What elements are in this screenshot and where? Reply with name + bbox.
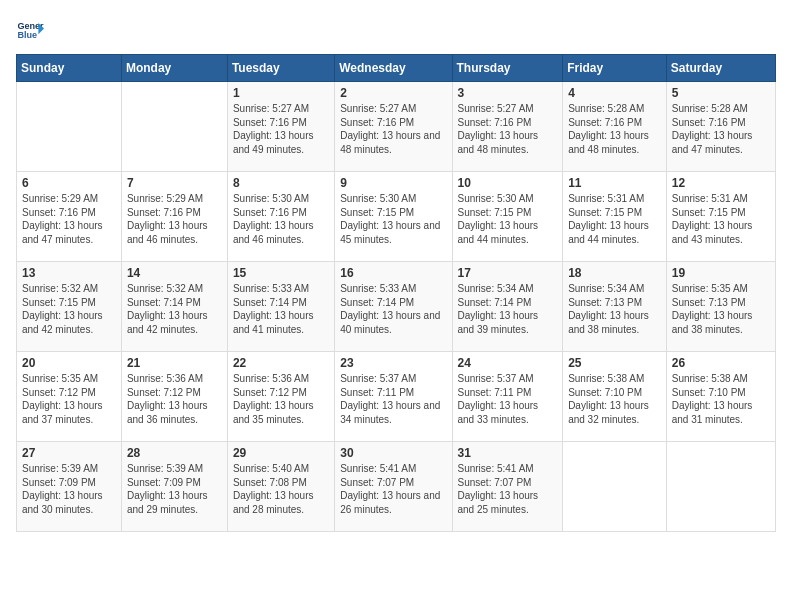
day-number: 13 xyxy=(22,266,116,280)
calendar-cell: 6Sunrise: 5:29 AMSunset: 7:16 PMDaylight… xyxy=(17,172,122,262)
cell-content: Sunrise: 5:35 AMSunset: 7:12 PMDaylight:… xyxy=(22,372,116,426)
calendar-cell: 1Sunrise: 5:27 AMSunset: 7:16 PMDaylight… xyxy=(227,82,334,172)
day-number: 26 xyxy=(672,356,770,370)
cell-content: Sunrise: 5:41 AMSunset: 7:07 PMDaylight:… xyxy=(340,462,446,516)
logo-icon: General Blue xyxy=(16,16,44,44)
cell-content: Sunrise: 5:30 AMSunset: 7:16 PMDaylight:… xyxy=(233,192,329,246)
calendar-cell: 15Sunrise: 5:33 AMSunset: 7:14 PMDayligh… xyxy=(227,262,334,352)
calendar-cell xyxy=(121,82,227,172)
header-friday: Friday xyxy=(563,55,667,82)
cell-content: Sunrise: 5:30 AMSunset: 7:15 PMDaylight:… xyxy=(458,192,558,246)
cell-content: Sunrise: 5:38 AMSunset: 7:10 PMDaylight:… xyxy=(672,372,770,426)
day-number: 19 xyxy=(672,266,770,280)
calendar-cell: 2Sunrise: 5:27 AMSunset: 7:16 PMDaylight… xyxy=(335,82,452,172)
calendar-week-5: 27Sunrise: 5:39 AMSunset: 7:09 PMDayligh… xyxy=(17,442,776,532)
calendar-cell: 27Sunrise: 5:39 AMSunset: 7:09 PMDayligh… xyxy=(17,442,122,532)
calendar-cell: 29Sunrise: 5:40 AMSunset: 7:08 PMDayligh… xyxy=(227,442,334,532)
cell-content: Sunrise: 5:37 AMSunset: 7:11 PMDaylight:… xyxy=(458,372,558,426)
calendar-cell: 3Sunrise: 5:27 AMSunset: 7:16 PMDaylight… xyxy=(452,82,563,172)
day-number: 2 xyxy=(340,86,446,100)
calendar-week-3: 13Sunrise: 5:32 AMSunset: 7:15 PMDayligh… xyxy=(17,262,776,352)
cell-content: Sunrise: 5:27 AMSunset: 7:16 PMDaylight:… xyxy=(340,102,446,156)
cell-content: Sunrise: 5:36 AMSunset: 7:12 PMDaylight:… xyxy=(127,372,222,426)
day-number: 22 xyxy=(233,356,329,370)
calendar-cell: 23Sunrise: 5:37 AMSunset: 7:11 PMDayligh… xyxy=(335,352,452,442)
cell-content: Sunrise: 5:37 AMSunset: 7:11 PMDaylight:… xyxy=(340,372,446,426)
day-number: 5 xyxy=(672,86,770,100)
calendar-week-4: 20Sunrise: 5:35 AMSunset: 7:12 PMDayligh… xyxy=(17,352,776,442)
day-number: 16 xyxy=(340,266,446,280)
day-number: 3 xyxy=(458,86,558,100)
calendar-cell: 7Sunrise: 5:29 AMSunset: 7:16 PMDaylight… xyxy=(121,172,227,262)
header-sunday: Sunday xyxy=(17,55,122,82)
calendar-cell: 13Sunrise: 5:32 AMSunset: 7:15 PMDayligh… xyxy=(17,262,122,352)
cell-content: Sunrise: 5:39 AMSunset: 7:09 PMDaylight:… xyxy=(22,462,116,516)
day-number: 17 xyxy=(458,266,558,280)
calendar-cell: 22Sunrise: 5:36 AMSunset: 7:12 PMDayligh… xyxy=(227,352,334,442)
day-number: 29 xyxy=(233,446,329,460)
calendar-cell: 10Sunrise: 5:30 AMSunset: 7:15 PMDayligh… xyxy=(452,172,563,262)
header-monday: Monday xyxy=(121,55,227,82)
header-thursday: Thursday xyxy=(452,55,563,82)
cell-content: Sunrise: 5:32 AMSunset: 7:15 PMDaylight:… xyxy=(22,282,116,336)
calendar-cell: 8Sunrise: 5:30 AMSunset: 7:16 PMDaylight… xyxy=(227,172,334,262)
day-number: 8 xyxy=(233,176,329,190)
calendar-cell xyxy=(17,82,122,172)
calendar-cell: 26Sunrise: 5:38 AMSunset: 7:10 PMDayligh… xyxy=(666,352,775,442)
calendar-cell: 30Sunrise: 5:41 AMSunset: 7:07 PMDayligh… xyxy=(335,442,452,532)
cell-content: Sunrise: 5:27 AMSunset: 7:16 PMDaylight:… xyxy=(458,102,558,156)
cell-content: Sunrise: 5:36 AMSunset: 7:12 PMDaylight:… xyxy=(233,372,329,426)
day-number: 30 xyxy=(340,446,446,460)
day-number: 11 xyxy=(568,176,661,190)
calendar-cell: 4Sunrise: 5:28 AMSunset: 7:16 PMDaylight… xyxy=(563,82,667,172)
calendar-table: SundayMondayTuesdayWednesdayThursdayFrid… xyxy=(16,54,776,532)
logo: General Blue xyxy=(16,16,48,44)
day-number: 20 xyxy=(22,356,116,370)
calendar-cell xyxy=(666,442,775,532)
cell-content: Sunrise: 5:34 AMSunset: 7:14 PMDaylight:… xyxy=(458,282,558,336)
calendar-cell: 16Sunrise: 5:33 AMSunset: 7:14 PMDayligh… xyxy=(335,262,452,352)
calendar-cell: 18Sunrise: 5:34 AMSunset: 7:13 PMDayligh… xyxy=(563,262,667,352)
cell-content: Sunrise: 5:29 AMSunset: 7:16 PMDaylight:… xyxy=(22,192,116,246)
cell-content: Sunrise: 5:28 AMSunset: 7:16 PMDaylight:… xyxy=(672,102,770,156)
day-number: 4 xyxy=(568,86,661,100)
day-number: 23 xyxy=(340,356,446,370)
cell-content: Sunrise: 5:39 AMSunset: 7:09 PMDaylight:… xyxy=(127,462,222,516)
cell-content: Sunrise: 5:32 AMSunset: 7:14 PMDaylight:… xyxy=(127,282,222,336)
page-header: General Blue xyxy=(16,16,776,44)
calendar-cell xyxy=(563,442,667,532)
cell-content: Sunrise: 5:27 AMSunset: 7:16 PMDaylight:… xyxy=(233,102,329,156)
header-wednesday: Wednesday xyxy=(335,55,452,82)
day-number: 27 xyxy=(22,446,116,460)
day-number: 15 xyxy=(233,266,329,280)
cell-content: Sunrise: 5:33 AMSunset: 7:14 PMDaylight:… xyxy=(340,282,446,336)
calendar-cell: 11Sunrise: 5:31 AMSunset: 7:15 PMDayligh… xyxy=(563,172,667,262)
cell-content: Sunrise: 5:29 AMSunset: 7:16 PMDaylight:… xyxy=(127,192,222,246)
day-number: 7 xyxy=(127,176,222,190)
calendar-cell: 19Sunrise: 5:35 AMSunset: 7:13 PMDayligh… xyxy=(666,262,775,352)
calendar-cell: 12Sunrise: 5:31 AMSunset: 7:15 PMDayligh… xyxy=(666,172,775,262)
cell-content: Sunrise: 5:35 AMSunset: 7:13 PMDaylight:… xyxy=(672,282,770,336)
calendar-cell: 5Sunrise: 5:28 AMSunset: 7:16 PMDaylight… xyxy=(666,82,775,172)
calendar-cell: 28Sunrise: 5:39 AMSunset: 7:09 PMDayligh… xyxy=(121,442,227,532)
day-number: 9 xyxy=(340,176,446,190)
calendar-cell: 9Sunrise: 5:30 AMSunset: 7:15 PMDaylight… xyxy=(335,172,452,262)
svg-text:Blue: Blue xyxy=(17,30,37,40)
calendar-cell: 24Sunrise: 5:37 AMSunset: 7:11 PMDayligh… xyxy=(452,352,563,442)
day-number: 10 xyxy=(458,176,558,190)
day-number: 24 xyxy=(458,356,558,370)
day-number: 12 xyxy=(672,176,770,190)
calendar-cell: 25Sunrise: 5:38 AMSunset: 7:10 PMDayligh… xyxy=(563,352,667,442)
calendar-week-2: 6Sunrise: 5:29 AMSunset: 7:16 PMDaylight… xyxy=(17,172,776,262)
calendar-header-row: SundayMondayTuesdayWednesdayThursdayFrid… xyxy=(17,55,776,82)
day-number: 28 xyxy=(127,446,222,460)
cell-content: Sunrise: 5:28 AMSunset: 7:16 PMDaylight:… xyxy=(568,102,661,156)
day-number: 21 xyxy=(127,356,222,370)
cell-content: Sunrise: 5:31 AMSunset: 7:15 PMDaylight:… xyxy=(568,192,661,246)
calendar-week-1: 1Sunrise: 5:27 AMSunset: 7:16 PMDaylight… xyxy=(17,82,776,172)
cell-content: Sunrise: 5:34 AMSunset: 7:13 PMDaylight:… xyxy=(568,282,661,336)
day-number: 31 xyxy=(458,446,558,460)
cell-content: Sunrise: 5:30 AMSunset: 7:15 PMDaylight:… xyxy=(340,192,446,246)
day-number: 14 xyxy=(127,266,222,280)
day-number: 18 xyxy=(568,266,661,280)
